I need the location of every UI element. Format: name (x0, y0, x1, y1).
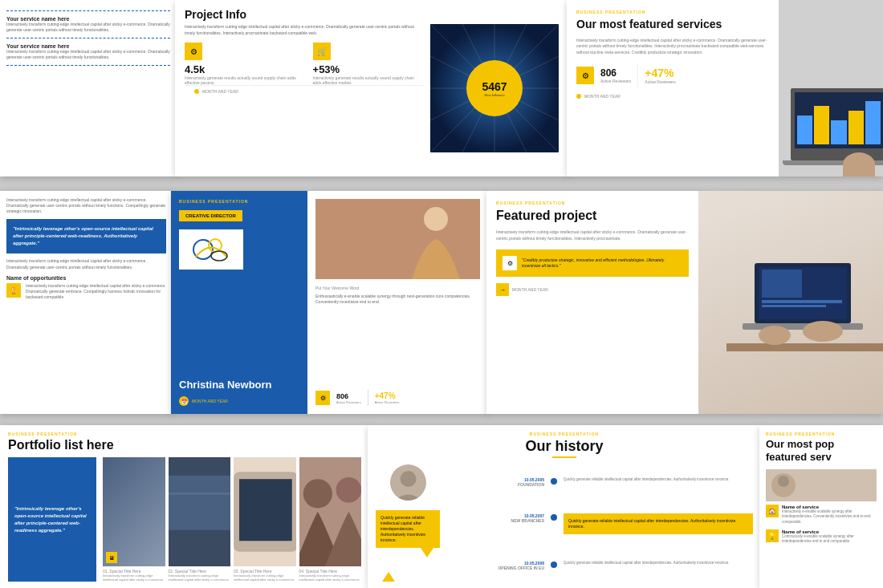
svg-point-39 (303, 479, 332, 508)
triangle-up-1 (382, 572, 395, 582)
portfolio-item-4: 04. Special Title Here Interactively tra… (299, 457, 362, 582)
svg-rect-28 (762, 305, 826, 307)
history-desc-3: Quickly generate reliable intellectual c… (564, 561, 753, 566)
slide-featured-project: BUSINESS PRESENTATION Featured project I… (486, 191, 883, 414)
history-event-2: NEW BRANCHES (448, 518, 544, 523)
slide7-title: Portfolio list here (0, 438, 369, 457)
badge-number: 5467 (482, 80, 507, 93)
stat-num-2: +53% (313, 63, 424, 75)
service-name-1: Your service name here (6, 16, 170, 22)
slide4-desc: Interactively transform cutting-edge int… (6, 258, 166, 270)
portfolio-item-1: 🖥 01. Special Title Here Interactively t… (103, 457, 165, 582)
history-desc-1: Quickly generate reliable intellectual c… (564, 477, 753, 482)
stat-block-2: 🛒 +53% Interactively generate results ac… (313, 43, 424, 85)
slide3-footer-dot (576, 94, 581, 99)
slide9-title: Our most pop featured serv (766, 438, 877, 463)
slide5-brand: BUSINESS PRESENTATION (179, 199, 299, 204)
slide4-opp-text: Interactively transform cutting-edge int… (26, 283, 166, 300)
history-event-1: FOUNDATION (448, 482, 544, 487)
svg-point-31 (803, 321, 843, 342)
slide7-photos: 🖥 01. Special Title Here Interactively t… (103, 457, 361, 582)
svg-rect-27 (762, 300, 842, 303)
svg-rect-23 (743, 323, 863, 330)
slide6-left: BUSINESS PRESENTATION Featured project I… (486, 191, 698, 414)
slide7-quote-block: "Intrinsically leverage other's open-sou… (8, 457, 96, 582)
portfolio-img-4 (299, 457, 362, 566)
svg-rect-26 (762, 270, 802, 298)
stat-num-1: 4.5k (185, 63, 297, 75)
stat-icon-1: ⚙ (185, 43, 202, 60)
project-info-desc: Interactively transform cutting-edge int… (185, 24, 424, 36)
stat-block-1: ⚙ 4.5k Interactively generate results ac… (185, 43, 297, 85)
slide3-divider (637, 63, 638, 87)
slide-christina: BUSINESS PRESENTATION CREATIVE DIRECTOR … (171, 191, 488, 414)
service-item-1: Your service name here Interactively tra… (6, 16, 170, 33)
history-event-3: OPENING OFFICE IN EU (448, 566, 544, 570)
svg-rect-33 (169, 476, 231, 530)
slide6-quote: "Credibly productize strategic, innovati… (522, 258, 682, 269)
slide4-quote-block: "Intrinsically leverage other's open-sou… (6, 219, 166, 253)
slide3-title: Our most featured services (576, 18, 769, 31)
history-dot-1 (551, 478, 557, 485)
slide5-photo (315, 199, 480, 279)
slide3-stat-num: 806 (600, 67, 631, 79)
slide9-image (766, 469, 877, 501)
slide8-brand: BUSINESS PRESENTATION (368, 425, 761, 438)
footer-text: MONTH AND YEAR (202, 89, 238, 94)
svg-rect-37 (239, 479, 292, 541)
slide3-footer-text: MONTH AND YEAR (584, 94, 621, 99)
slide3-stat-label: Active Reviewers (600, 79, 631, 83)
history-dot-3 (551, 562, 557, 568)
slide6-quote-icon: ⚙ (503, 256, 517, 270)
portfolio-img-1: 🖥 (103, 457, 165, 566)
slide6-brand: BUSINESS PRESENTATION (496, 201, 689, 205)
stats-badge: 5467 New followers (466, 60, 523, 116)
slide4-opp-row: 🏆 Interactively transform cutting-edge i… (6, 283, 166, 300)
service-icon-1: 🏠 (766, 505, 779, 517)
slide-opportunities-partial: Interactively transform cutting-edge int… (0, 191, 173, 414)
portfolio-desc-2: Interactively transform cutting-edge int… (169, 574, 231, 582)
portfolio-desc-4: Interactively transform cutting-edge int… (299, 574, 362, 582)
slide5-art (179, 229, 243, 270)
portfolio-desc-3: Interactively transform cutting-edge int… (234, 574, 296, 582)
slide5-name: Christina Newborn (179, 379, 299, 391)
slide6-arrow-icon: → (496, 283, 509, 296)
portfolio-item-2: 02. Special Title Here Interactively tra… (169, 457, 231, 582)
service-desc-2: Interactively transform cutting-edge int… (6, 49, 170, 60)
history-yellow-text-2: Quickly generate reliable intellectual c… (568, 518, 748, 529)
slide-services-partial: Your service name here Interactively tra… (0, 0, 177, 176)
service-icon-2: 💡 (766, 529, 779, 542)
slide5-stat-num: 806 (336, 392, 361, 400)
slide4-quote: "Intrinsically leverage other's open-sou… (13, 225, 160, 247)
slide-portfolio: BUSINESS PRESENTATION Portfolio list her… (0, 425, 369, 588)
history-yellow-box-1: Quickly generate reliable intellectual c… (376, 510, 440, 548)
slide6-right (698, 191, 883, 414)
slide6-title: Featured project (496, 209, 689, 223)
slide3-pct: +47% (645, 67, 675, 79)
slide5-pct: +47% (375, 391, 400, 400)
slide5-left: BUSINESS PRESENTATION CREATIVE DIRECTOR … (171, 191, 307, 414)
slide6-desc: Interactively transform cutting-edge int… (496, 229, 689, 241)
history-item-2: 10.05.2007 NEW BRANCHES Quickly generate… (448, 513, 753, 534)
stat-label-2: Interactively generate results actually … (313, 75, 424, 85)
triangle-down-1 (421, 548, 433, 558)
portfolio-badge-1: 🖥 (106, 552, 117, 563)
svg-point-45 (778, 476, 789, 487)
slide9-brand: BUSINESS PRESENTATION (766, 432, 877, 436)
slide6-footer: → MONTH AND YEAR (496, 283, 689, 296)
svg-rect-22 (726, 343, 883, 351)
service-desc-9-1: Interactively e-enable scalable synergy … (782, 509, 877, 525)
svg-point-30 (759, 326, 791, 345)
slide3-brand: BUSINESS PRESENTATION (576, 10, 769, 14)
slide-services-partial-2: BUSINESS PRESENTATION Our most pop featu… (759, 425, 883, 588)
svg-point-42 (400, 471, 416, 487)
slide6-quote-block: ⚙ "Credibly productize strategic, innova… (496, 249, 689, 277)
slide5-welcome-label: Put Your Welcome Word (315, 286, 480, 290)
slide3-image-area (779, 0, 883, 176)
slide4-desc-top: Interactively transform cutting-edge int… (6, 197, 166, 214)
service-name-2: Your service name here (6, 43, 170, 49)
slide5-desc1: Enthusiastically e-enable scalable syner… (315, 294, 480, 305)
service-row-2: 💡 Name of service Continuously e-enable … (766, 529, 877, 545)
slide5-date-icon: 📅 (179, 396, 189, 406)
slide5-stat-icon: ⚙ (315, 391, 330, 405)
